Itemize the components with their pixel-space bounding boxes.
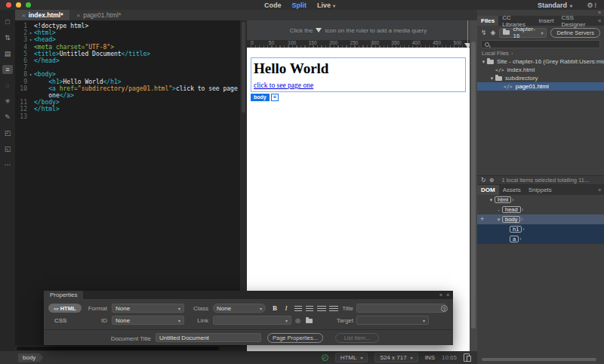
expand-twisty-icon[interactable]: ▼	[488, 198, 495, 202]
define-servers-button[interactable]: Define Servers	[550, 28, 600, 38]
expand-twisty-icon[interactable]: ▼	[480, 60, 487, 64]
dom-tree-item[interactable]: h1›	[477, 224, 604, 234]
tab-files[interactable]: Files	[477, 16, 498, 26]
help-icon[interactable]: ?	[441, 305, 448, 312]
code-line[interactable]: 12</html>	[15, 106, 240, 113]
tab-css-designer[interactable]: CSS Designer	[557, 16, 598, 26]
file-tree-item[interactable]: </>page01.html	[477, 82, 604, 91]
maximize-window-icon[interactable]	[26, 2, 31, 8]
code-line[interactable]: 5<title>Untitled Document</title>	[15, 51, 240, 57]
sync-status-icon[interactable]: ⊕	[489, 177, 495, 184]
add-element-icon[interactable]: +	[480, 214, 484, 224]
code-line[interactable]: 3▾<head>	[15, 36, 240, 43]
connect-server-icon[interactable]: ↯	[481, 29, 487, 36]
italic-button[interactable]: I	[282, 304, 291, 312]
code-format-icon[interactable]: ▤	[2, 49, 13, 58]
ordered-list-icon[interactable]	[306, 306, 313, 312]
code-line[interactable]: 13	[15, 113, 240, 120]
add-element-button[interactable]: +	[271, 94, 279, 101]
edit-icon[interactable]: ✎	[2, 113, 13, 122]
collapse-panels-icon[interactable]: »	[598, 10, 601, 16]
code-line[interactable]: 2▾<html>	[15, 29, 240, 36]
live-view-ruler[interactable]: 050100150200250300350400450500	[247, 40, 470, 48]
expand-twisty-icon[interactable]: ›	[495, 208, 502, 212]
notification-icon[interactable]: !	[594, 2, 596, 9]
browse-folder-icon[interactable]	[306, 319, 313, 323]
file-tree-item[interactable]: </>index.html	[477, 66, 604, 74]
bold-button[interactable]: B	[270, 304, 279, 312]
tag-selector-body[interactable]: body	[18, 353, 43, 362]
device-preview-icon[interactable]	[464, 353, 470, 362]
view-mode-split[interactable]: Split	[292, 2, 307, 9]
panel-horizontal-scrollbar[interactable]	[482, 358, 596, 361]
file-search-input[interactable]	[481, 40, 600, 48]
code-line[interactable]: 4<meta charset="UTF-8">	[15, 44, 240, 51]
panel-menu-icon[interactable]: ≡	[446, 292, 449, 298]
doc-tab-page01-html-[interactable]: ×page01.html*	[69, 10, 128, 20]
rendered-heading[interactable]: Hello World	[254, 60, 465, 77]
doctype-select[interactable]: HTML	[335, 353, 368, 362]
collapse-icon[interactable]: »	[439, 292, 442, 298]
code-line[interactable]: one</a>	[15, 92, 240, 99]
find-replace-icon[interactable]: ⇅	[2, 33, 13, 42]
code-line[interactable]: 9 <h1>Hello World</h1>	[15, 79, 240, 85]
expand-twisty-icon[interactable]: ▼	[488, 76, 495, 81]
minimize-window-icon[interactable]	[16, 2, 21, 8]
dom-tree-item[interactable]: ▼html›	[477, 195, 604, 205]
class-select[interactable]: None	[213, 304, 266, 313]
tab-cc-libraries[interactable]: CC Libraries	[498, 16, 535, 26]
dom-tree-item[interactable]: a›	[477, 234, 604, 244]
window-size-select[interactable]: 524 x 717	[374, 353, 418, 362]
close-tab-icon[interactable]: ×	[22, 12, 26, 19]
tab-dom[interactable]: DOM	[477, 185, 499, 195]
workspace-switcher[interactable]: Standard	[538, 0, 572, 10]
dom-tree-item[interactable]: +▼body›	[477, 214, 604, 224]
indent-icon[interactable]	[329, 306, 338, 312]
selected-tag-badge[interactable]: body	[251, 94, 270, 101]
code-line[interactable]: 7	[15, 64, 240, 71]
sort-arrow-icon[interactable]: ↑	[511, 51, 513, 56]
site-select[interactable]: chapter-16	[499, 28, 547, 38]
view-mode-code[interactable]: Code	[264, 2, 282, 9]
expand-twisty-icon[interactable]: ▼	[495, 217, 502, 222]
more-tools-icon[interactable]: ⋯	[2, 160, 13, 169]
code-line[interactable]: 6</head>	[15, 57, 240, 64]
tab-snippets[interactable]: Snippets	[525, 185, 556, 195]
file-tree-item[interactable]: ▼Site - chapter-16 (Grey Rabbit:Users:mi…	[477, 57, 604, 66]
dom-tag-pill[interactable]: body	[502, 216, 520, 223]
dom-tag-pill[interactable]: a	[510, 236, 519, 242]
code-line[interactable]: 8▾<body>	[15, 71, 240, 78]
link-input[interactable]	[213, 316, 291, 325]
doc-tab-index-html-[interactable]: ×index.html*	[15, 10, 69, 20]
file-tree-item[interactable]: ▼subdirectory	[477, 74, 604, 82]
id-select[interactable]: None	[112, 316, 184, 325]
version-control-icon[interactable]: ◈	[491, 29, 496, 36]
close-window-icon[interactable]	[6, 2, 11, 8]
document-title-input[interactable]: Untitled Document	[156, 333, 261, 342]
code-line[interactable]: 10 <a href="subdirectory/page01.html">cl…	[15, 85, 240, 92]
properties-html-button[interactable]: HTML	[48, 304, 82, 313]
remove-comment-icon[interactable]: ◱	[2, 144, 13, 153]
dom-tag-pill[interactable]: head	[502, 206, 521, 213]
outdent-icon[interactable]	[317, 306, 326, 312]
dom-tag-pill[interactable]: h1	[510, 226, 522, 233]
code-horizontal-scrollbar[interactable]	[15, 346, 240, 351]
live-vertical-scrollbar[interactable]	[470, 20, 477, 351]
rendered-link[interactable]: click to see page one	[254, 82, 313, 89]
format-select[interactable]: None	[112, 304, 184, 313]
point-to-file-icon[interactable]: ◎	[295, 317, 300, 324]
close-tab-icon[interactable]: ×	[76, 12, 80, 19]
refresh-icon[interactable]: ↻	[481, 177, 486, 184]
code-line[interactable]: 1<!doctype html>	[15, 23, 240, 29]
tab-assets[interactable]: Assets	[499, 185, 525, 195]
dom-tag-pill[interactable]: html	[495, 196, 511, 203]
view-mode-live[interactable]: Live	[317, 2, 335, 9]
inspect-icon[interactable]: ✳	[2, 97, 13, 106]
format-source-icon[interactable]: ≡	[2, 65, 13, 74]
unordered-list-icon[interactable]	[294, 306, 302, 312]
live-code-icon[interactable]: ◌	[2, 81, 13, 90]
properties-panel-tab[interactable]: Properties	[44, 291, 83, 299]
page-properties-button[interactable]: Page Properties...	[267, 333, 323, 343]
panel-menu-icon[interactable]: ≡	[598, 18, 601, 23]
title-input[interactable]	[356, 304, 445, 313]
